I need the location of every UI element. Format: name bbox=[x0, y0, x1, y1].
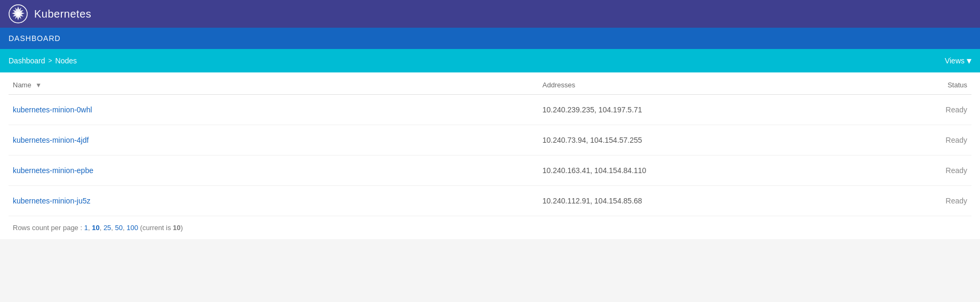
table-row: kubernetes-minion-0whl 10.240.239.235, 1… bbox=[9, 95, 971, 125]
page-size-link-50[interactable]: 50 bbox=[115, 224, 123, 232]
column-header-name[interactable]: Name ▼ bbox=[9, 72, 538, 95]
breadcrumb-home-link[interactable]: Dashboard bbox=[9, 56, 45, 65]
main-content: Name ▼ Addresses Status kubernetes-minio… bbox=[0, 72, 980, 239]
page-size-link-100[interactable]: 100 bbox=[126, 224, 138, 232]
node-addresses-cell: 10.240.112.91, 104.154.85.68 bbox=[538, 186, 875, 216]
breadcrumb: Dashboard > Nodes bbox=[9, 56, 77, 65]
page-size-link-1[interactable]: 1 bbox=[84, 224, 88, 232]
app-title: Kubernetes bbox=[34, 8, 91, 20]
breadcrumb-bar: Dashboard > Nodes Views ▾ bbox=[0, 49, 980, 72]
breadcrumb-current: Nodes bbox=[55, 56, 77, 65]
node-name-cell[interactable]: kubernetes-minion-4jdf bbox=[9, 125, 538, 156]
rows-count-label: Rows count per page : 1, 10, 25, 50, 100… bbox=[13, 224, 183, 232]
node-addresses-cell: 10.240.73.94, 104.154.57.255 bbox=[538, 125, 875, 156]
node-addresses-cell: 10.240.239.235, 104.197.5.71 bbox=[538, 95, 875, 125]
sub-header: DASHBOARD bbox=[0, 28, 980, 49]
views-button[interactable]: Views ▾ bbox=[945, 55, 971, 67]
node-status-cell: Ready bbox=[875, 186, 972, 216]
node-status-cell: Ready bbox=[875, 125, 972, 156]
chevron-down-icon: ▾ bbox=[967, 55, 971, 67]
dashboard-label: DASHBOARD bbox=[9, 34, 61, 43]
table-row: kubernetes-minion-4jdf 10.240.73.94, 104… bbox=[9, 125, 971, 156]
table-footer: Rows count per page : 1, 10, 25, 50, 100… bbox=[9, 216, 971, 239]
node-status-cell: Ready bbox=[875, 95, 972, 125]
column-header-status: Status bbox=[875, 72, 972, 95]
sort-icon: ▼ bbox=[35, 81, 42, 89]
app-header: Kubernetes bbox=[0, 0, 980, 28]
kubernetes-logo-icon bbox=[9, 4, 28, 23]
column-header-addresses: Addresses bbox=[538, 72, 875, 95]
nodes-table: Name ▼ Addresses Status kubernetes-minio… bbox=[9, 72, 971, 216]
node-name-cell[interactable]: kubernetes-minion-0whl bbox=[9, 95, 538, 125]
page-size-link-10[interactable]: 10 bbox=[92, 224, 99, 232]
node-addresses-cell: 10.240.163.41, 104.154.84.110 bbox=[538, 156, 875, 186]
node-name-cell[interactable]: kubernetes-minion-ju5z bbox=[9, 186, 538, 216]
table-row: kubernetes-minion-ju5z 10.240.112.91, 10… bbox=[9, 186, 971, 216]
table-header-row: Name ▼ Addresses Status bbox=[9, 72, 971, 95]
table-row: kubernetes-minion-epbe 10.240.163.41, 10… bbox=[9, 156, 971, 186]
node-name-cell[interactable]: kubernetes-minion-epbe bbox=[9, 156, 538, 186]
page-size-link-25[interactable]: 25 bbox=[103, 224, 111, 232]
node-status-cell: Ready bbox=[875, 156, 972, 186]
views-label: Views bbox=[945, 56, 965, 65]
svg-point-2 bbox=[16, 12, 20, 16]
breadcrumb-separator: > bbox=[49, 57, 52, 64]
